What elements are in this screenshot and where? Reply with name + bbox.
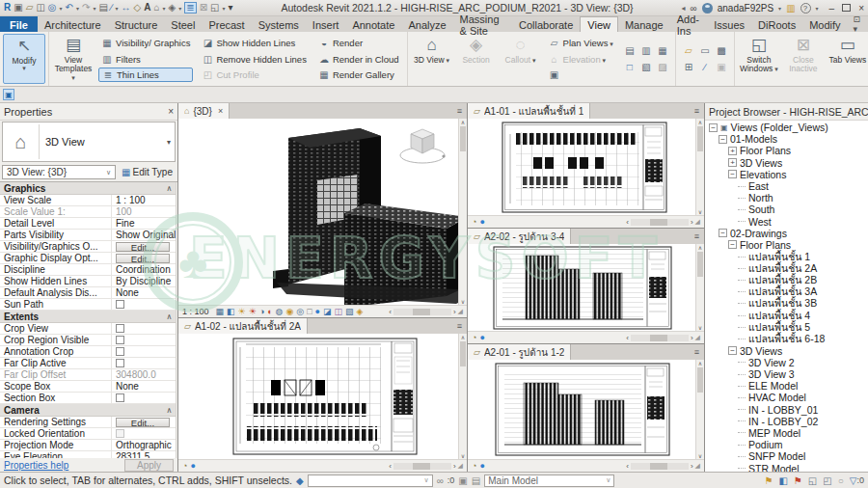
view-tab-a202[interactable]: ▱ A2-02 - รูปด้าน 3-4	[468, 229, 571, 244]
horizontal-scrollbar[interactable]: ‹›◢	[389, 462, 463, 471]
tree-item-views-folder-views[interactable]: −▣Views (Folder_Views)	[705, 122, 868, 133]
scroll-track[interactable]	[631, 219, 689, 226]
window-menu-icon[interactable]: ≡	[690, 344, 704, 360]
worksharing-display-icon[interactable]: ◫	[335, 308, 343, 316]
menu-tab-issues[interactable]: Issues	[707, 16, 751, 32]
sun-settings-icon[interactable]: ☀	[249, 308, 257, 316]
tree-item-in-lobby-02[interactable]: IN - LOBBY_02	[705, 416, 868, 427]
collapse-node-icon[interactable]: −	[728, 170, 737, 178]
property-value[interactable]: None	[112, 381, 176, 392]
aligned-dimension-icon[interactable]: ↔	[122, 3, 131, 13]
title-block-icon[interactable]: ▭	[697, 43, 713, 59]
reveal-hidden-elements-icon[interactable]: ◔	[182, 462, 187, 471]
show-hidden-lines-button[interactable]: ◪Show Hidden Lines	[199, 36, 309, 50]
thin-lines-icon[interactable]: ≣	[184, 2, 196, 14]
modify-button[interactable]: ↖Modify▾	[3, 34, 45, 84]
view-tab-a201[interactable]: ▱ A2-01 - รูปด้าน 1-2	[468, 344, 571, 360]
filters-button[interactable]: ▥Filters	[98, 52, 193, 67]
a201-vertical-scrollbar[interactable]: ∧∨	[695, 360, 704, 459]
matchline-icon[interactable]: ∕	[697, 60, 713, 75]
tree-item-ele-model[interactable]: ELE Model	[705, 380, 868, 392]
sheet-canvas-a201[interactable]	[468, 360, 695, 459]
username[interactable]: anadaF92PS	[718, 3, 773, 14]
section-button[interactable]: ◈Section	[455, 34, 498, 84]
a202-vertical-scrollbar[interactable]: ∧∨	[695, 244, 704, 331]
menu-tab-analyze[interactable]: Analyze	[401, 16, 452, 32]
view-tab-a101[interactable]: ▱ A1-01 - แปลนพื้นชั้นที่ 1	[468, 103, 590, 119]
menu-tab-diroots[interactable]: DiRoots	[751, 16, 802, 32]
worksets-icon[interactable]: ⚑	[764, 475, 773, 486]
scroll-track[interactable]	[631, 463, 689, 470]
panel-dropdown-icon[interactable]: ▾	[22, 66, 26, 71]
new-sheet-icon[interactable]: ▱	[681, 43, 696, 59]
checkbox[interactable]	[116, 393, 124, 402]
apply-button[interactable]: Apply	[124, 459, 174, 472]
depth-cueing-icon[interactable]: ◍	[276, 308, 284, 316]
tree-item-3d-view-2[interactable]: 3D View 2	[705, 357, 868, 368]
reveal-hidden-elements-icon[interactable]: ◔	[472, 334, 476, 342]
scroll-left-icon[interactable]: ‹	[626, 334, 629, 342]
collapse-node-icon[interactable]: −	[728, 346, 737, 355]
tree-item-01-models[interactable]: −01-Models	[705, 133, 868, 145]
menu-tab-systems[interactable]: Systems	[252, 16, 306, 32]
unresolved-references-icon[interactable]: ∞	[437, 475, 444, 486]
tree-item-in-lobby-01[interactable]: IN - LOBBY_01	[705, 404, 868, 416]
user-dropdown-icon[interactable]: ▾	[778, 5, 781, 12]
type-selector-dropdown-icon[interactable]: ▾	[167, 138, 175, 147]
graphical-column-schedule-icon[interactable]: ▨	[655, 60, 670, 75]
properties-help-link[interactable]: Properties help	[4, 460, 68, 471]
collapse-toolbar-icon[interactable]: ◂	[682, 4, 686, 13]
menu-tab-annotate[interactable]: Annotate	[345, 16, 401, 32]
displacement-icon[interactable]: ◈	[357, 308, 364, 316]
background-processes-icon[interactable]: ▣	[458, 475, 467, 486]
view-tab-a102[interactable]: ▱ A1-02 - แปลนพื้นชั้นที่ 2A	[178, 318, 308, 334]
scroll-right-icon[interactable]: ›	[453, 462, 456, 471]
switch-windows-icon-dropdown[interactable]: ▾	[223, 5, 226, 12]
property-value[interactable]: Show Original	[112, 230, 176, 240]
cut-profile-button[interactable]: ◰Cut Profile	[199, 68, 309, 82]
view-tab-3d[interactable]: ⌂ {3D} ×	[178, 103, 230, 119]
save-icon[interactable]: ◫	[36, 3, 44, 13]
menu-tab-insert[interactable]: Insert	[306, 16, 346, 32]
where-am-i-icon[interactable]: ▤	[472, 475, 480, 486]
property-value[interactable]: Fine	[112, 218, 176, 229]
edit-type-button[interactable]: ▦ Edit Type	[119, 165, 176, 179]
scroll-track[interactable]	[393, 309, 451, 315]
sketchy-lines-icon[interactable]: ◐	[267, 308, 272, 316]
thin-lines-button[interactable]: ≣Thin Lines	[98, 68, 193, 82]
tree-item-north[interactable]: North	[705, 192, 868, 203]
checkbox[interactable]	[116, 300, 124, 309]
app-button-icon[interactable]: R	[4, 3, 11, 13]
sync-with-central-icon[interactable]: ◎	[48, 3, 57, 13]
menu-tab-steel[interactable]: Steel	[164, 16, 202, 32]
scroll-right-icon[interactable]: ›	[691, 462, 693, 471]
expand-node-icon[interactable]: +	[728, 158, 737, 167]
collapse-section-icon[interactable]: ∧	[166, 184, 176, 193]
menu-tab-view[interactable]: View	[580, 16, 618, 32]
edit-button[interactable]: Edit...	[116, 254, 170, 263]
undo-icon-dropdown[interactable]: ▾	[76, 5, 79, 12]
collapse-node-icon[interactable]: −	[719, 229, 727, 237]
redo-icon[interactable]: ↷	[82, 3, 90, 13]
property-value[interactable]: 28311.5	[112, 451, 176, 458]
window-menu-icon[interactable]: ≡	[690, 229, 704, 244]
reveal-constraints-icon[interactable]: ●	[479, 334, 484, 342]
menu-tab-architecture[interactable]: Architecture	[38, 16, 108, 32]
property-value[interactable]: By Discipline	[112, 276, 176, 286]
property-value[interactable]: None	[112, 287, 176, 298]
visual-style-icon[interactable]: ▦	[216, 308, 225, 316]
render-in-cloud-button[interactable]: ☁Render in Cloud	[315, 52, 402, 67]
selection-toggle-icon[interactable]: ⊡ ▾	[848, 16, 868, 32]
remove-hidden-lines-button[interactable]: ◫Remove Hidden Lines	[199, 52, 309, 67]
legends-icon[interactable]: ▥	[638, 43, 654, 59]
callout-button[interactable]: ◌Callout	[500, 34, 542, 84]
tree-item-floor-plans[interactable]: +Floor Plans	[705, 145, 868, 156]
collapse-node-icon[interactable]: −	[709, 123, 718, 132]
measure-icon-dropdown[interactable]: ▾	[116, 5, 119, 12]
window-menu-icon[interactable]: ≡	[690, 103, 704, 119]
help-dropdown-icon[interactable]: ▾	[816, 5, 819, 12]
render-gallery-button[interactable]: ▦Render Gallery	[315, 68, 402, 82]
checkbox[interactable]	[116, 336, 124, 344]
edit-button[interactable]: Edit...	[116, 418, 170, 427]
close-view-icon[interactable]: ×	[218, 106, 223, 116]
